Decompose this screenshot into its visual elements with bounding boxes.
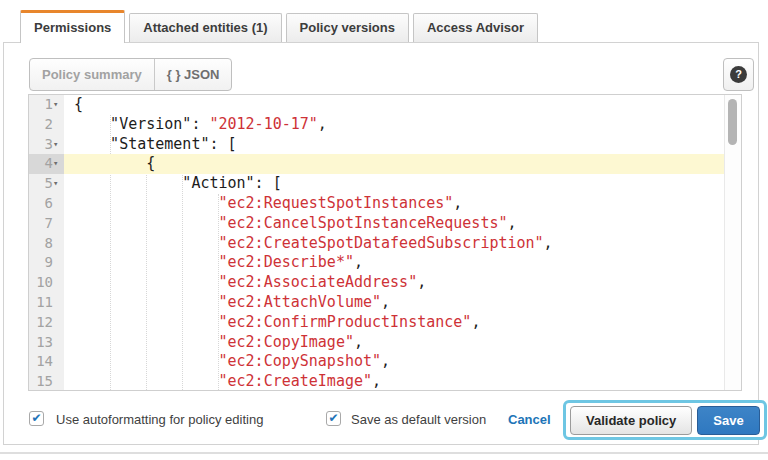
- editor-scrollbar[interactable]: [724, 95, 741, 390]
- help-button[interactable]: ?: [723, 58, 754, 91]
- scrollbar-thumb[interactable]: [728, 99, 737, 145]
- line-number: 2: [45, 116, 53, 132]
- code-plain-token: [74, 253, 219, 271]
- code-plain-token: [74, 293, 219, 311]
- gutter-line-5[interactable]: 5▾: [29, 174, 64, 194]
- code-line-2[interactable]: "Version": "2012-10-17",: [64, 115, 724, 135]
- code-string-token: "ec2:CancelSpotInstanceRequests": [219, 214, 508, 232]
- tab-policy-versions[interactable]: Policy versions: [286, 13, 409, 42]
- code-line-1[interactable]: {: [64, 95, 724, 115]
- code-plain-token: [74, 234, 219, 252]
- code-plain-token: ,: [381, 293, 390, 311]
- line-number: 11: [36, 294, 53, 310]
- code-line-7[interactable]: "ec2:CancelSpotInstanceRequests",: [64, 214, 724, 234]
- line-number: 12: [36, 314, 53, 330]
- code-plain-token: ,: [471, 313, 480, 331]
- permissions-panel: Policy summary { } JSON ? 1▾23▾4▾5▾67891…: [3, 42, 759, 445]
- code-plain-token: [74, 352, 219, 370]
- code-line-5[interactable]: "Action": [: [64, 174, 724, 194]
- code-string-token: "ec2:CreateImage": [219, 372, 373, 390]
- gutter-line-2[interactable]: 2: [29, 115, 64, 135]
- line-number: 15: [36, 373, 53, 389]
- code-line-6[interactable]: "ec2:RequestSpotInstances",: [64, 194, 724, 214]
- view-toggle: Policy summary { } JSON: [29, 58, 232, 91]
- editor-gutter: 1▾23▾4▾5▾6789101112131415: [29, 95, 64, 390]
- gutter-line-12[interactable]: 12: [29, 313, 64, 333]
- line-number: 5: [45, 175, 53, 191]
- save-button-group: Validate policy Save: [563, 400, 767, 440]
- tab-permissions[interactable]: Permissions: [20, 10, 125, 43]
- code-line-4[interactable]: {: [64, 154, 724, 174]
- code-string-token: "ec2:RequestSpotInstances": [219, 194, 454, 212]
- gutter-line-8[interactable]: 8: [29, 234, 64, 254]
- code-line-9[interactable]: "ec2:Describe*",: [64, 253, 724, 273]
- gutter-line-14[interactable]: 14: [29, 352, 64, 372]
- code-plain-token: ,: [417, 273, 426, 291]
- validate-policy-button[interactable]: Validate policy: [570, 406, 692, 435]
- code-string-token: "ec2:ConfirmProductInstance": [219, 313, 472, 331]
- code-plain-token: {: [74, 95, 83, 113]
- code-plain-token: [74, 313, 219, 331]
- code-plain-token: ,: [381, 352, 390, 370]
- fold-toggle-icon[interactable]: ▾: [53, 135, 63, 155]
- page-divider: [0, 452, 768, 454]
- iam-policy-editor-page: PermissionsAttached entities (1)Policy v…: [0, 0, 768, 460]
- gutter-line-7[interactable]: 7: [29, 214, 64, 234]
- line-number: 6: [45, 195, 53, 211]
- code-string-token: "ec2:Describe*": [219, 253, 354, 271]
- line-number: 3: [45, 136, 53, 152]
- cancel-link[interactable]: Cancel: [508, 412, 551, 427]
- code-string-token: "2012-10-17": [209, 115, 317, 133]
- gutter-line-3[interactable]: 3▾: [29, 135, 64, 155]
- code-line-13[interactable]: "ec2:CopyImage",: [64, 333, 724, 353]
- code-line-10[interactable]: "ec2:AssociateAddress",: [64, 273, 724, 293]
- gutter-line-11[interactable]: 11: [29, 293, 64, 313]
- code-line-15[interactable]: "ec2:CreateImage",: [64, 372, 724, 390]
- code-line-12[interactable]: "ec2:ConfirmProductInstance",: [64, 313, 724, 333]
- code-plain-token: [74, 214, 219, 232]
- editor-code-area[interactable]: { "Version": "2012-10-17", "Statement": …: [64, 95, 724, 390]
- code-line-3[interactable]: "Statement": [: [64, 135, 724, 155]
- gutter-line-1[interactable]: 1▾: [29, 95, 64, 115]
- code-plain-token: {: [74, 154, 155, 172]
- gutter-line-6[interactable]: 6: [29, 194, 64, 214]
- gutter-line-13[interactable]: 13: [29, 333, 64, 353]
- gutter-line-10[interactable]: 10: [29, 273, 64, 293]
- save-button[interactable]: Save: [697, 406, 759, 435]
- fold-toggle-icon[interactable]: ▾: [53, 154, 63, 174]
- code-string-token: "ec2:AttachVolume": [219, 293, 382, 311]
- gutter-line-15[interactable]: 15: [29, 372, 64, 391]
- tab-access-advisor[interactable]: Access Advisor: [413, 13, 538, 42]
- fold-toggle-icon[interactable]: ▾: [53, 95, 63, 115]
- code-plain-token: ,: [507, 214, 516, 232]
- tab-bar: PermissionsAttached entities (1)Policy v…: [20, 10, 538, 43]
- code-plain-token: "Version":: [74, 115, 209, 133]
- code-plain-token: ,: [318, 115, 327, 133]
- code-plain-token: ,: [453, 194, 462, 212]
- code-line-14[interactable]: "ec2:CopySnapshot",: [64, 352, 724, 372]
- code-string-token: "ec2:AssociateAddress": [219, 273, 418, 291]
- gutter-line-9[interactable]: 9: [29, 253, 64, 273]
- code-line-8[interactable]: "ec2:CreateSpotDatafeedSubscription",: [64, 234, 724, 254]
- code-plain-token: [74, 273, 219, 291]
- code-plain-token: ,: [372, 372, 381, 390]
- autoformat-label: Use autoformatting for policy editing: [56, 412, 263, 427]
- gutter-line-4[interactable]: 4▾: [29, 154, 64, 174]
- line-number: 9: [45, 254, 53, 270]
- code-plain-token: "Action": [: [74, 174, 282, 192]
- code-line-11[interactable]: "ec2:AttachVolume",: [64, 293, 724, 313]
- code-string-token: "ec2:CreateSpotDatafeedSubscription": [219, 234, 544, 252]
- line-number: 4: [45, 155, 53, 171]
- tab-attached-entities[interactable]: Attached entities (1): [129, 13, 281, 42]
- code-plain-token: "Statement": [: [74, 135, 237, 153]
- line-number: 1: [45, 96, 53, 112]
- autoformat-checkbox[interactable]: ✔: [29, 411, 44, 426]
- fold-toggle-icon[interactable]: ▾: [53, 174, 63, 194]
- policy-summary-button[interactable]: Policy summary: [30, 59, 155, 90]
- default-version-label: Save as default version: [351, 412, 486, 427]
- default-version-checkbox[interactable]: ✔: [326, 411, 341, 426]
- policy-json-editor: 1▾23▾4▾5▾6789101112131415 { "Version": "…: [28, 94, 742, 391]
- json-button[interactable]: { } JSON: [155, 59, 232, 90]
- code-plain-token: ,: [544, 234, 553, 252]
- code-string-token: "ec2:CopyImage": [219, 333, 354, 351]
